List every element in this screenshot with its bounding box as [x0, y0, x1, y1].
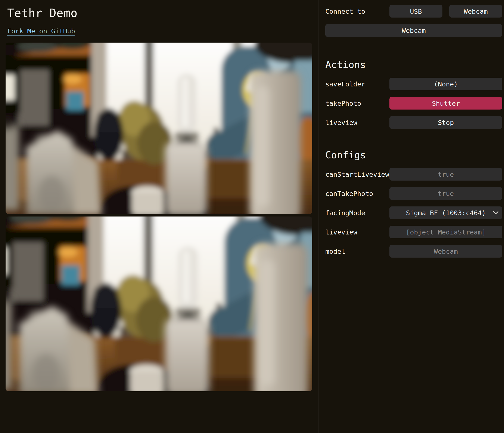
model-value: Webcam	[389, 245, 502, 258]
canstartliveview-row: canStartLiveview true	[325, 168, 502, 181]
facingmode-row: facingMode Sigma BF (1003:c464)	[325, 206, 502, 219]
connected-device-row: Webcam	[325, 24, 502, 37]
liveview-config-value: [object MediaStream]	[389, 226, 502, 238]
canstartliveview-value: true	[389, 168, 502, 181]
actions-heading: Actions	[325, 59, 502, 70]
canstartliveview-label: canStartLiveview	[325, 171, 389, 178]
liveview-config-label: liveview	[325, 228, 389, 236]
cantakephoto-label: canTakePhoto	[325, 190, 389, 197]
savefolder-row: saveFolder (None)	[325, 78, 502, 90]
facing-mode-selected-value: Sigma BF (1003:c464)	[406, 209, 486, 217]
captured-photo-scene	[6, 217, 312, 391]
facingmode-label: facingMode	[325, 209, 389, 217]
facing-mode-select[interactable]: Sigma BF (1003:c464)	[389, 206, 502, 219]
savefolder-button[interactable]: (None)	[389, 78, 502, 90]
liveview-action-label: liveview	[325, 119, 389, 126]
liveview-image	[6, 43, 312, 214]
liveview-action-row: liveview Stop	[325, 116, 502, 129]
control-panel: Connect to USB Webcam Webcam Actions sav…	[318, 0, 504, 433]
model-row: model Webcam	[325, 245, 502, 258]
chevron-down-icon	[493, 211, 498, 215]
liveview-stop-button[interactable]: Stop	[389, 116, 502, 129]
cantakephoto-row: canTakePhoto true	[325, 187, 502, 200]
savefolder-label: saveFolder	[325, 80, 389, 88]
main-column: Tethr Demo Fork Me on GitHub	[0, 0, 318, 433]
liveview-config-row: liveview [object MediaStream]	[325, 226, 502, 238]
takephoto-row: takePhoto Shutter	[325, 97, 502, 110]
connect-label: Connect to	[325, 8, 389, 15]
takephoto-label: takePhoto	[325, 100, 389, 107]
shutter-button[interactable]: Shutter	[389, 97, 502, 110]
captured-photo-image	[6, 217, 312, 391]
webcam-wide-button[interactable]: Webcam	[325, 24, 502, 37]
connect-usb-button[interactable]: USB	[389, 5, 442, 18]
liveview-scene	[6, 43, 312, 214]
fork-github-link[interactable]: Fork Me on GitHub	[7, 27, 75, 35]
model-label: model	[325, 248, 389, 255]
app-root: Tethr Demo Fork Me on GitHub Connect to …	[0, 0, 504, 433]
cantakephoto-value: true	[389, 187, 502, 200]
connect-row: Connect to USB Webcam	[325, 5, 502, 18]
page-title: Tethr Demo	[7, 6, 312, 19]
connect-webcam-button[interactable]: Webcam	[449, 5, 502, 18]
configs-heading: Configs	[325, 149, 502, 161]
connect-buttons: USB Webcam	[389, 5, 502, 18]
